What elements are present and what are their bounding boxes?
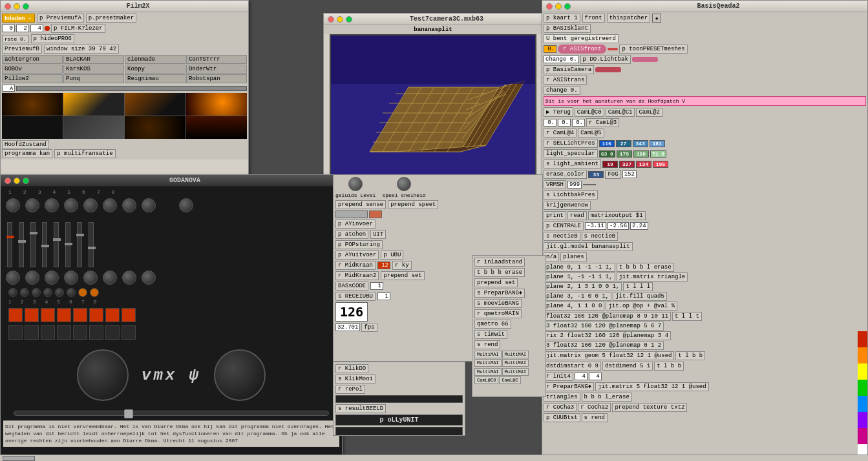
sm-knob-3[interactable] <box>32 288 41 297</box>
prepend-set-node[interactable]: prepend set <box>381 271 424 280</box>
nb4[interactable]: 4 <box>575 373 587 380</box>
nectie-b2-node[interactable]: s nectieB <box>582 232 619 241</box>
t7c-close-btn[interactable] <box>328 16 334 23</box>
smoevie-node[interactable]: s moevieBANG <box>474 299 522 308</box>
cat-robotspan[interactable]: Robotspan <box>186 74 247 83</box>
pad-9[interactable] <box>8 325 23 340</box>
sm-knob-6[interactable] <box>67 288 76 297</box>
prepend-speet[interactable]: prepend speet <box>388 200 438 209</box>
midkraan2-node[interactable]: r MidKraan2 <box>335 271 379 280</box>
t-bbb-erase-node[interactable]: t b b b erase <box>474 268 525 277</box>
cen-val2[interactable]: -2.56 <box>608 222 629 230</box>
knob-2-1[interactable] <box>6 271 20 285</box>
pad-14[interactable] <box>89 325 103 340</box>
number-box-3[interactable]: 4 <box>30 25 43 32</box>
dispatcher-node[interactable]: thispatcher <box>607 14 650 23</box>
slider-2-active[interactable] <box>369 210 382 218</box>
prepend-sense[interactable]: prepend sense <box>335 200 386 209</box>
midkraan-node[interactable]: r MidKraan <box>335 261 376 270</box>
num-0[interactable]: 0. <box>544 45 556 53</box>
val-12[interactable]: 12 <box>377 261 390 269</box>
knob-1-2[interactable] <box>25 198 39 212</box>
recei-val[interactable]: 1 <box>377 292 390 300</box>
multi1[interactable]: MultiMAI <box>474 351 502 358</box>
nb-0-1[interactable]: 0. <box>544 119 556 127</box>
vmx-max-btn[interactable] <box>23 178 29 184</box>
nb-0-2[interactable]: 0. <box>558 119 571 127</box>
speed-knob[interactable] <box>397 177 411 191</box>
knob-1-6[interactable] <box>103 198 117 212</box>
pad-12[interactable] <box>57 325 71 340</box>
basis-camera-node[interactable]: p BasisCamera <box>544 65 594 74</box>
pad-13[interactable] <box>73 325 87 340</box>
fader-6[interactable] <box>65 222 70 267</box>
bas-code-val[interactable]: 1 <box>370 282 383 290</box>
hide-pro-node[interactable]: p hideoPRO6 <box>31 34 74 43</box>
s-rend-node[interactable]: s rend <box>582 413 608 422</box>
cat-gobov[interactable]: GOBOv <box>2 65 63 74</box>
cocha2-node[interactable]: r CoCha2 <box>578 403 611 412</box>
close-btn[interactable] <box>5 3 11 10</box>
cuub-tst-node[interactable]: p CUUBtst <box>544 413 580 422</box>
cat-karskos[interactable]: KarsKOS <box>63 65 124 74</box>
multi3[interactable]: MultiMAI <box>474 359 502 367</box>
fader-7[interactable] <box>77 222 82 267</box>
min-btn[interactable] <box>14 3 20 10</box>
cat-koopy[interactable]: Koopy <box>125 65 185 74</box>
fader-2[interactable] <box>19 222 24 267</box>
uit-node[interactable]: UIT <box>370 230 386 239</box>
number-box-2[interactable]: 2 <box>16 25 29 32</box>
multi5[interactable]: MultiMAI <box>474 368 502 376</box>
crossfader[interactable] <box>14 411 329 416</box>
t7c-min-btn[interactable] <box>337 16 343 23</box>
jit-model-node[interactable]: jit.gl.model bananasplit <box>544 242 633 251</box>
knob-2-4[interactable] <box>64 271 78 285</box>
prevmuf-b-node[interactable]: PreviemufB <box>2 45 42 54</box>
asis-trans-node[interactable]: r ASIStrans <box>544 76 587 85</box>
caml5-node[interactable]: CamL@5 <box>578 128 604 138</box>
atchen-node[interactable]: p atchen <box>335 230 368 239</box>
bq-max-btn[interactable] <box>564 3 571 10</box>
big-knob-right[interactable] <box>214 349 266 401</box>
fog-val[interactable]: 152 <box>622 170 637 178</box>
knob-2-8[interactable] <box>142 271 156 285</box>
bas-code-node[interactable]: BASsCODE <box>335 282 368 291</box>
pad-2[interactable] <box>25 308 39 322</box>
lichtbak-pres-node[interactable]: s LichtbakPres <box>544 190 598 200</box>
scrollbar-thumb[interactable] <box>3 456 35 461</box>
recei-ubu-node[interactable]: s RECEIUBU <box>335 292 376 301</box>
film-lezer-node[interactable]: p FILM-K7lezer <box>51 24 105 33</box>
cen-val1[interactable]: -3.11 <box>585 222 606 230</box>
pad-8[interactable] <box>122 308 136 322</box>
slider-1[interactable] <box>335 210 368 218</box>
multi6[interactable]: MultiMAI <box>502 368 529 376</box>
ubu-node[interactable]: p UBU <box>381 251 403 260</box>
sm-knob-8-active[interactable] <box>90 288 99 297</box>
caml-c[interactable]: CamL@C <box>499 376 520 384</box>
fader-3[interactable] <box>30 222 36 267</box>
asis-front-blob[interactable]: r ASISfront <box>558 45 606 54</box>
terug-btn[interactable]: ▶ Terug <box>544 107 573 117</box>
timwit-node[interactable]: s timwit <box>474 330 507 339</box>
multi4[interactable]: MultiMAI <box>502 359 529 367</box>
t7c-max-btn[interactable] <box>346 16 352 23</box>
knob-2-7[interactable] <box>122 271 136 285</box>
vmx-min-btn[interactable] <box>14 178 20 184</box>
caml2-node[interactable]: CamL@2 <box>636 108 662 117</box>
pad-4[interactable] <box>57 308 71 322</box>
ay-invoer-node[interactable]: p AYinvoer <box>335 220 376 229</box>
read-node[interactable]: read <box>567 211 587 220</box>
knob-2-3[interactable] <box>45 271 59 285</box>
fader-8[interactable] <box>89 222 94 267</box>
cat-punq[interactable]: Punq <box>63 74 124 83</box>
caml0-node[interactable]: CamL@C0 <box>575 108 604 117</box>
number-box-1[interactable]: 0 <box>2 25 15 32</box>
sm-knob-5[interactable] <box>55 288 64 297</box>
num-change1[interactable]: change 0. <box>544 56 579 63</box>
centrale-node[interactable]: p CENTRALE <box>544 221 584 230</box>
cat-cienmade[interactable]: cienmade <box>125 55 185 64</box>
sm-knob-1[interactable] <box>8 288 17 297</box>
caml1-node[interactable]: CamL@C1 <box>606 108 635 117</box>
inladen-button[interactable]: Inladen → <box>2 14 35 23</box>
pad-16[interactable] <box>122 325 136 340</box>
